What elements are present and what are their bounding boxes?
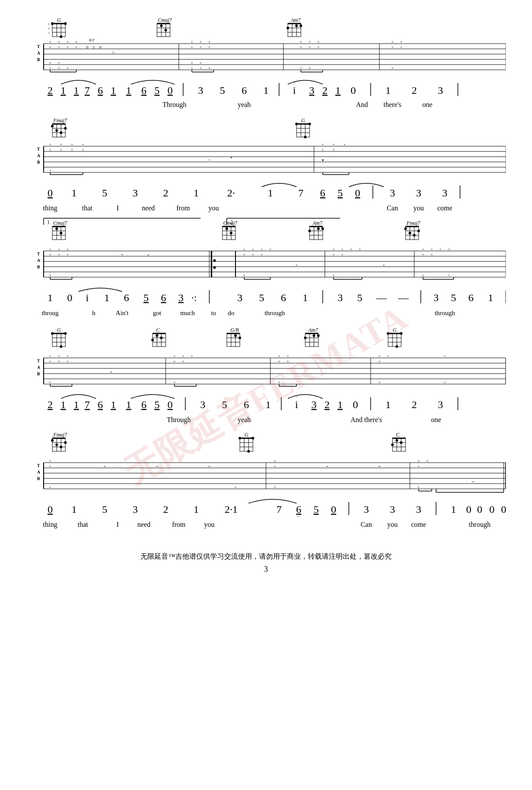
footer-text: 无限延音™吉他谱仅供学习交流使用，请勿用于商业，转载请注明出处，篡改必究: [140, 553, 392, 560]
slur-arc: [288, 395, 323, 398]
tab-note: ×: [58, 252, 60, 257]
svg-point-179: [313, 334, 315, 337]
note-3: 3: [364, 504, 369, 515]
lyric-thing: thing: [43, 204, 58, 212]
svg-rect-109: [406, 227, 419, 240]
tab-rest: -: [104, 463, 106, 469]
note-1: 1: [335, 85, 341, 96]
note-6: 6: [320, 187, 325, 199]
tab-staff-1: T A B × × × ×: [37, 38, 506, 72]
lyric-throug: throug: [41, 309, 59, 316]
lyric-and-s4: And there's: [351, 416, 382, 423]
note-3: 3: [338, 292, 343, 303]
chord-am7-s3: Am7: [308, 220, 324, 240]
tab-rest: -: [296, 261, 298, 268]
note-i: i: [86, 292, 89, 303]
lyric-you: you: [208, 204, 219, 212]
tab-note: •: [472, 480, 474, 484]
tab-note: ○: [112, 50, 114, 55]
notes-row-1: 2 1 1 7 6 1 1 6 5 0 3 5 6 1 i: [48, 79, 458, 96]
lyrics-row-3: throug h Ain't got much to do through th…: [41, 309, 455, 316]
tab-note: ×: [75, 40, 77, 44]
chord-am7-diagram: Am7: [286, 17, 302, 37]
svg-rect-146: [52, 333, 65, 347]
tab-note: ×: [199, 40, 201, 44]
svg-point-117: [413, 234, 416, 237]
tab-b-label: B: [37, 160, 40, 165]
slur-arc: [78, 288, 122, 292]
svg-point-189: [396, 345, 398, 348]
tab-note: ×: [58, 359, 60, 364]
lyric-you: you: [413, 204, 424, 212]
note-5: 5: [259, 292, 264, 303]
lyric-from-s5: from: [172, 521, 186, 528]
note-1: 1: [194, 187, 199, 199]
slur-arc: [262, 183, 297, 187]
note-5: 5: [143, 292, 149, 303]
note-1: 1: [268, 187, 273, 199]
tab-note: ×: [341, 247, 343, 251]
tab-note: ×: [417, 485, 419, 489]
tab-note: ×: [321, 142, 324, 147]
tab-note: ×: [49, 61, 51, 65]
tab-note: ×: [332, 148, 334, 152]
lyric-one: one: [422, 101, 432, 108]
tab-rest-dot: •: [147, 253, 149, 257]
tab-b-label: B: [37, 371, 40, 376]
tab-note: ×: [49, 354, 51, 358]
tab-staff-2: T A B × × × × × × × ×: [37, 142, 506, 175]
note-6: 6: [141, 399, 147, 410]
notes-row-2: 0 1 5 3 2 1 2· 1 7 6 5 0 3 3 3: [48, 183, 460, 199]
lyric-thing-s5: thing: [43, 521, 58, 529]
svg-point-54: [60, 131, 62, 134]
slur-arc: [349, 183, 384, 187]
tab-note: ×: [66, 247, 68, 251]
tab-note: ×: [49, 380, 51, 385]
svg-point-170: [234, 334, 237, 337]
lyric-from: from: [176, 204, 190, 212]
svg-point-7: [60, 35, 62, 38]
svg-point-90: [55, 227, 58, 230]
lyric-you-s5: you: [204, 521, 215, 529]
note-0: 0: [67, 292, 72, 303]
note-2: 2: [48, 399, 53, 410]
tab-note: ×: [378, 380, 380, 385]
tab-staff-5: T A B × × × - - -: [37, 459, 506, 492]
tab-note: ×: [332, 247, 334, 251]
notes-row-5: 0 1 5 3 2 1 2·1 7 6 5 0 ··· 3 3 3 1 0: [48, 499, 506, 519]
lyric-that-s5: that: [78, 521, 89, 528]
lyric-can-s5: Can: [361, 521, 372, 528]
tab-note: ×: [199, 45, 201, 49]
tab-rest: -: [383, 261, 385, 268]
lyric-i: I: [116, 204, 119, 212]
svg-point-23: [286, 27, 289, 29]
chord-cmaj7-s3a: Cmaj7: [52, 220, 68, 240]
lyric-can: Can: [387, 204, 398, 212]
chord-g-s5: G: [239, 432, 254, 453]
note-7: 7: [276, 504, 282, 515]
svg-point-228: [247, 450, 250, 453]
tab-note: ×: [243, 252, 245, 257]
note-3: 3: [133, 504, 138, 515]
svg-point-226: [239, 437, 241, 440]
note-1: 1: [451, 504, 456, 515]
tab-rest: -: [379, 463, 381, 469]
tab-note: ×: [60, 148, 62, 152]
note-0: 0: [167, 85, 173, 96]
chord-g-diagram: G × × ○: [48, 17, 67, 38]
chord-cmaj7-s3b-label: Cmaj7: [223, 220, 238, 226]
note-0: 0: [48, 187, 53, 199]
tab-note: ×: [443, 354, 446, 358]
svg-point-99: [230, 232, 232, 234]
tab-note: ×: [191, 354, 193, 358]
tab-note: ×: [49, 40, 51, 44]
page: 无限延音FERMATA G × ×: [0, 0, 532, 790]
tab-note: ×: [191, 66, 193, 70]
tab-note: ×: [443, 380, 446, 385]
note-5: 5: [154, 85, 160, 96]
lyric-through: Through: [162, 101, 186, 109]
tab-note: ×: [422, 247, 424, 251]
chord-cmaj7-label: Cmaj7: [158, 17, 172, 23]
tab-note: ×: [252, 252, 254, 257]
tab-note: ×: [269, 247, 271, 251]
